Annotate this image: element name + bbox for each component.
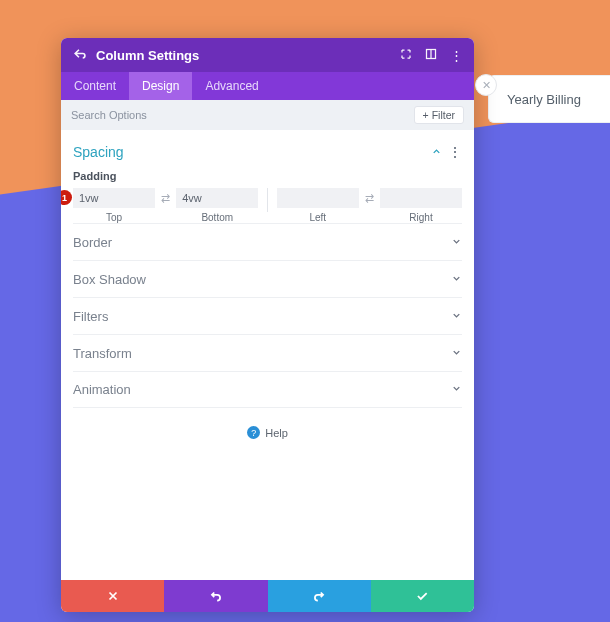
filter-button[interactable]: + Filter xyxy=(414,106,464,124)
padding-right-label: Right xyxy=(409,212,432,223)
padding-bottom-label: Bottom xyxy=(201,212,233,223)
chevron-down-icon xyxy=(451,309,462,324)
padding-top-input[interactable] xyxy=(73,188,155,208)
yearly-billing-label: Yearly Billing xyxy=(507,92,581,107)
chevron-down-icon xyxy=(451,235,462,250)
yearly-billing-card: Yearly Billing xyxy=(488,75,610,123)
chevron-down-icon xyxy=(451,346,462,361)
link-icon[interactable]: ⇄ xyxy=(161,188,170,208)
padding-left-label: Left xyxy=(309,212,326,223)
panel-titlebar: Column Settings ⋮ xyxy=(61,38,474,72)
padding-top-label: Top xyxy=(106,212,122,223)
panel-tabs: Content Design Advanced xyxy=(61,72,474,100)
section-border[interactable]: Border xyxy=(73,223,462,260)
link-icon[interactable]: ⇄ xyxy=(365,188,374,208)
section-filters-label: Filters xyxy=(73,309,108,324)
tab-content[interactable]: Content xyxy=(61,72,129,100)
padding-inputs: 1 Top ⇄ Bottom Left ⇄ Right xyxy=(73,188,462,223)
save-button[interactable] xyxy=(371,580,474,612)
section-box-shadow-label: Box Shadow xyxy=(73,272,146,287)
section-animation-label: Animation xyxy=(73,382,131,397)
close-pill-icon[interactable]: ✕ xyxy=(475,74,497,96)
help-icon: ? xyxy=(247,426,260,439)
section-box-shadow[interactable]: Box Shadow xyxy=(73,260,462,297)
divider xyxy=(267,188,268,212)
panel-title: Column Settings xyxy=(96,48,390,63)
filter-label: Filter xyxy=(432,109,455,121)
expand-icon[interactable] xyxy=(400,48,412,63)
padding-left-input[interactable] xyxy=(277,188,359,208)
section-transform[interactable]: Transform xyxy=(73,334,462,371)
chevron-down-icon xyxy=(451,272,462,287)
panel-footer xyxy=(61,580,474,612)
tab-advanced[interactable]: Advanced xyxy=(192,72,271,100)
section-animation[interactable]: Animation xyxy=(73,371,462,408)
padding-label: Padding xyxy=(73,164,462,188)
spacing-section-header[interactable]: Spacing ⋮ xyxy=(73,138,462,164)
search-placeholder[interactable]: Search Options xyxy=(71,109,147,121)
back-icon[interactable] xyxy=(73,47,86,63)
padding-right-input[interactable] xyxy=(380,188,462,208)
annotation-badge-1: 1 xyxy=(61,190,72,205)
tab-design[interactable]: Design xyxy=(129,72,192,100)
columns-icon[interactable] xyxy=(425,48,437,63)
more-icon[interactable]: ⋮ xyxy=(450,48,462,63)
chevron-down-icon xyxy=(451,382,462,397)
section-filters[interactable]: Filters xyxy=(73,297,462,334)
section-more-icon[interactable]: ⋮ xyxy=(448,144,462,160)
chevron-up-icon xyxy=(431,144,442,160)
spacing-title: Spacing xyxy=(73,144,124,160)
help-link[interactable]: ? Help xyxy=(73,408,462,439)
section-border-label: Border xyxy=(73,235,112,250)
plus-icon: + xyxy=(423,109,429,121)
search-row: Search Options + Filter xyxy=(61,100,474,130)
section-transform-label: Transform xyxy=(73,346,132,361)
panel-body: Spacing ⋮ Padding 1 Top ⇄ Bottom Left xyxy=(61,130,474,580)
cancel-button[interactable] xyxy=(61,580,164,612)
undo-button[interactable] xyxy=(164,580,267,612)
help-label: Help xyxy=(265,427,288,439)
padding-bottom-input[interactable] xyxy=(176,188,258,208)
column-settings-panel: Column Settings ⋮ Content Design Advance… xyxy=(61,38,474,612)
redo-button[interactable] xyxy=(268,580,371,612)
